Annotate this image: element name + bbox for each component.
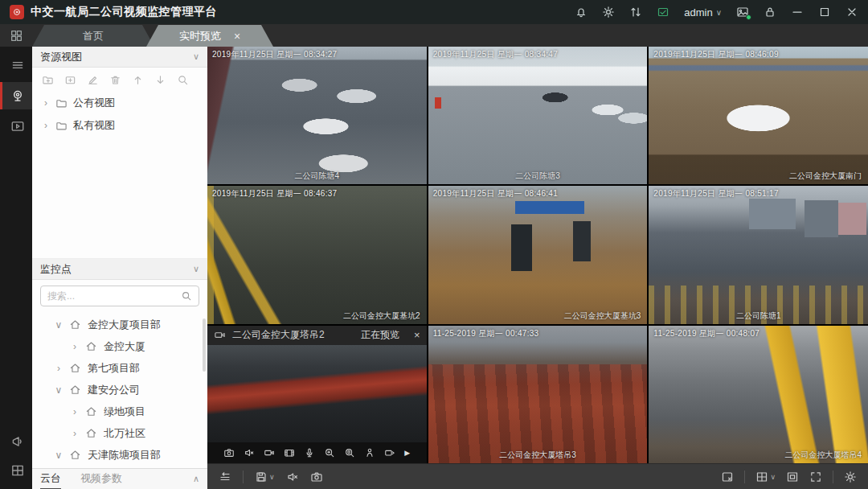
camera-timestamp: 2019年11月25日 星期一 08:46:37 — [212, 188, 337, 199]
move-up-icon[interactable] — [132, 74, 144, 86]
video-tile-4[interactable]: 2019年11月25日 星期一 08:46:37 二公司金控大厦基坑2 — [207, 186, 427, 323]
expand-arrow-icon[interactable]: › — [71, 341, 79, 352]
video-tile-2[interactable]: 2019年11月25日 星期一 08:34:47 二公司陈塘3 — [428, 47, 648, 184]
transfer-arrows-icon[interactable] — [629, 6, 642, 18]
expand-arrow-icon[interactable]: › — [71, 428, 79, 439]
collapse-arrow-icon[interactable]: ∨ — [55, 384, 63, 396]
tree-item-seventh-project[interactable]: › 第七项目部 — [32, 357, 207, 379]
tab-home[interactable]: 首页 — [32, 25, 154, 47]
mute-all-icon[interactable] — [286, 471, 299, 483]
mute-icon[interactable] — [244, 447, 255, 458]
tab-ptz[interactable]: 云台 — [40, 469, 61, 489]
camera-name-overlay: 二公司陈塘4 — [295, 171, 340, 182]
expand-arrow-icon[interactable]: › — [42, 97, 50, 109]
collapse-arrow-icon[interactable]: ∨ — [55, 450, 63, 461]
tree-item-public-views[interactable]: › 公有视图 — [32, 92, 207, 114]
playback-icon[interactable] — [0, 113, 32, 140]
chevron-down-icon: ∨ — [716, 8, 722, 17]
menu-icon[interactable] — [0, 51, 32, 79]
settings-icon[interactable] — [844, 471, 857, 483]
video-tile-9[interactable]: 11-25-2019 星期一 00:48:07 二公司金控大厦塔吊4 — [649, 326, 868, 463]
site-icon — [69, 318, 81, 331]
instant-playback-icon[interactable] — [284, 447, 295, 458]
monitor-tree: ∨ 金控大厦项目部 › 金控大厦 › 第七项目部 ∨ 建安分公司 — [32, 312, 207, 468]
tab-close-icon[interactable]: × — [234, 30, 240, 43]
video-tile-8[interactable]: 11-25-2019 星期一 00:47:33 二公司金控大厦塔吊3 — [428, 326, 648, 463]
stream-mode-icon[interactable] — [219, 471, 231, 483]
apps-grid-icon[interactable] — [0, 24, 32, 47]
save-view-button[interactable]: ∨ — [255, 471, 275, 483]
tree-item-tianjin-chentang[interactable]: ∨ 天津陈塘项目部 — [32, 444, 207, 466]
record-icon[interactable] — [264, 447, 275, 458]
stream-switch-icon[interactable] — [384, 447, 395, 458]
camera-timestamp: 2019年11月25日 星期一 08:46:09 — [653, 49, 778, 60]
scrollbar[interactable] — [203, 318, 206, 372]
camera-name-overlay: 二公司陈塘1 — [736, 310, 781, 322]
fullscreen-icon[interactable] — [809, 471, 822, 483]
tile-status: 正在预览 — [361, 328, 399, 342]
more-arrow-icon[interactable]: ▶ — [404, 449, 410, 457]
expand-arrow-icon[interactable]: › — [42, 120, 50, 131]
search-input[interactable] — [47, 290, 176, 302]
tree-item-label: 第七项目部 — [88, 361, 140, 376]
tree-item-beiwan-community[interactable]: › 北万社区 — [32, 422, 207, 444]
site-icon — [69, 362, 81, 374]
monitor-points-header[interactable]: 监控点 ∨ — [32, 259, 207, 280]
monitor-points-section: 监控点 ∨ ∨ 金控大厦项目部 › 金控大厦 — [32, 259, 207, 489]
screen-layout-button[interactable]: ∨ — [755, 471, 776, 483]
screenshot-icon[interactable] — [736, 6, 749, 18]
single-screen-icon[interactable] — [786, 471, 799, 483]
tree-item-jianan-branch[interactable]: ∨ 建安分公司 — [32, 379, 207, 401]
video-tile-1[interactable]: 2019年11月25日 星期一 08:34:27 二公司陈塘4 — [207, 47, 427, 184]
video-tile-6[interactable]: 2019年11月25日 星期一 08:51:17 二公司陈塘1 — [649, 186, 868, 323]
zoom-3d-icon[interactable] — [344, 447, 355, 458]
close-all-icon[interactable] — [721, 471, 734, 483]
collapse-arrow-icon[interactable]: ∨ — [55, 319, 63, 331]
camera-timestamp: 11-25-2019 星期一 00:47:33 — [433, 328, 539, 339]
divider — [744, 471, 745, 483]
video-tile-3[interactable]: 2019年11月25日 星期一 08:46:09 二公司金控大厦南门 — [649, 47, 868, 184]
digital-zoom-icon[interactable] — [324, 447, 335, 458]
tree-item-jinkong-tower[interactable]: › 金控大厦 — [32, 335, 207, 357]
tab-live-preview[interactable]: 实时预览 × — [146, 25, 273, 47]
edit-icon[interactable] — [87, 74, 99, 86]
broadcast-icon[interactable] — [0, 428, 32, 455]
video-tile-5[interactable]: 2019年11月25日 星期一 08:46:41 二公司金控大厦基坑3 — [428, 186, 648, 323]
bell-icon[interactable] — [575, 6, 588, 18]
search-icon[interactable] — [177, 74, 189, 86]
search-icon[interactable] — [181, 290, 192, 302]
maximize-icon[interactable] — [818, 6, 831, 18]
video-tile-selected[interactable]: 二公司金控大厦塔吊2 正在预览 × ▶ — [207, 326, 427, 463]
snapshot-icon[interactable] — [223, 447, 235, 458]
move-down-icon[interactable] — [154, 74, 166, 86]
plugin-icon[interactable] — [657, 6, 669, 18]
expand-arrow-icon[interactable]: › — [71, 406, 79, 417]
add-view-icon[interactable] — [64, 74, 76, 86]
tree-item-greenland-project[interactable]: › 绿地项目 — [32, 401, 207, 422]
tab-video-params[interactable]: 视频参数 — [80, 469, 122, 489]
delete-icon[interactable] — [109, 74, 121, 86]
camera-name-overlay: 二公司金控大厦南门 — [789, 171, 862, 182]
snapshot-all-icon[interactable] — [310, 471, 323, 483]
tree-item-jinkong-project[interactable]: ∨ 金控大厦项目部 — [32, 314, 207, 335]
close-icon[interactable] — [845, 6, 858, 18]
live-view-icon[interactable] — [0, 82, 32, 109]
position-3d-icon[interactable] — [364, 447, 375, 458]
tree-item-label: 私有视图 — [73, 118, 115, 133]
title-bar: 中交一航局二公司视频监控管理平台 admin ∨ — [0, 0, 868, 24]
resource-view-header[interactable]: 资源视图 ∨ — [32, 47, 207, 68]
tile-close-icon[interactable]: × — [414, 329, 420, 341]
expand-arrow-icon[interactable]: › — [55, 363, 63, 374]
settings-gear-icon[interactable] — [602, 6, 615, 18]
user-menu[interactable]: admin ∨ — [684, 6, 722, 18]
camera-name-overlay: 二公司金控大厦基坑2 — [343, 310, 420, 322]
tile-toolbar: ▶ — [207, 442, 427, 463]
talk-mic-icon[interactable] — [304, 447, 315, 458]
add-group-icon[interactable] — [42, 74, 54, 86]
minimize-icon[interactable] — [791, 6, 804, 18]
tree-item-private-views[interactable]: › 私有视图 — [32, 114, 207, 137]
tree-item-label: 金控大厦 — [104, 339, 145, 354]
video-wall-icon[interactable] — [0, 457, 32, 484]
app-window: 中交一航局二公司视频监控管理平台 admin ∨ 首页 实时预览 — [0, 0, 868, 489]
lock-icon[interactable] — [764, 6, 776, 18]
